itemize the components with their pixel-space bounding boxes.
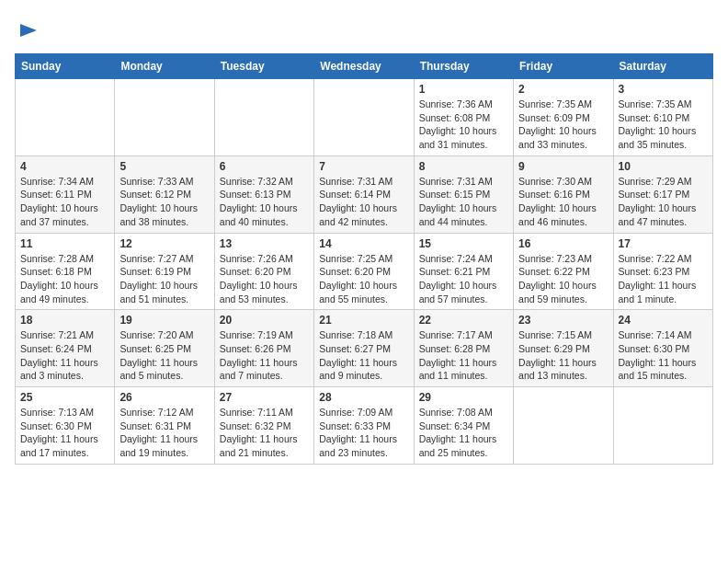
day-number: 4 bbox=[20, 160, 109, 173]
calendar-cell: 25Sunrise: 7:13 AMSunset: 6:30 PMDayligh… bbox=[16, 387, 115, 465]
day-number: 24 bbox=[619, 314, 708, 327]
day-info: Sunrise: 7:35 AMSunset: 6:10 PMDaylight:… bbox=[619, 98, 708, 152]
day-info: Sunrise: 7:23 AMSunset: 6:22 PMDaylight:… bbox=[518, 252, 608, 306]
day-number: 7 bbox=[319, 160, 408, 173]
day-number: 29 bbox=[419, 391, 508, 404]
day-info: Sunrise: 7:21 AMSunset: 6:24 PMDaylight:… bbox=[20, 328, 109, 383]
day-header-tuesday: Tuesday bbox=[214, 54, 313, 79]
calendar-cell bbox=[16, 79, 115, 156]
day-number: 23 bbox=[518, 314, 608, 327]
page-header bbox=[15, 15, 713, 44]
day-info: Sunrise: 7:36 AMSunset: 6:08 PMDaylight:… bbox=[419, 98, 508, 152]
day-number: 1 bbox=[419, 83, 508, 96]
day-info: Sunrise: 7:34 AMSunset: 6:11 PMDaylight:… bbox=[20, 175, 109, 229]
day-info: Sunrise: 7:26 AMSunset: 6:20 PMDaylight:… bbox=[220, 252, 309, 306]
day-number: 27 bbox=[220, 391, 309, 404]
day-info: Sunrise: 7:17 AMSunset: 6:28 PMDaylight:… bbox=[419, 328, 508, 383]
day-header-thursday: Thursday bbox=[414, 54, 513, 79]
day-info: Sunrise: 7:22 AMSunset: 6:23 PMDaylight:… bbox=[619, 252, 708, 306]
day-info: Sunrise: 7:31 AMSunset: 6:14 PMDaylight:… bbox=[319, 175, 408, 229]
calendar-cell: 2Sunrise: 7:35 AMSunset: 6:09 PMDaylight… bbox=[514, 79, 613, 156]
day-info: Sunrise: 7:24 AMSunset: 6:21 PMDaylight:… bbox=[419, 252, 508, 306]
calendar-cell: 12Sunrise: 7:27 AMSunset: 6:19 PMDayligh… bbox=[115, 233, 214, 310]
day-number: 18 bbox=[20, 314, 109, 327]
day-number: 28 bbox=[319, 391, 408, 404]
calendar-cell bbox=[115, 79, 214, 156]
calendar-cell: 5Sunrise: 7:33 AMSunset: 6:12 PMDaylight… bbox=[115, 155, 214, 233]
calendar-cell: 24Sunrise: 7:14 AMSunset: 6:30 PMDayligh… bbox=[613, 310, 712, 387]
calendar-cell bbox=[613, 387, 712, 465]
day-header-friday: Friday bbox=[514, 54, 613, 79]
calendar-cell: 23Sunrise: 7:15 AMSunset: 6:29 PMDayligh… bbox=[514, 310, 613, 387]
day-info: Sunrise: 7:25 AMSunset: 6:20 PMDaylight:… bbox=[319, 252, 408, 306]
calendar-cell: 10Sunrise: 7:29 AMSunset: 6:17 PMDayligh… bbox=[613, 155, 712, 233]
day-info: Sunrise: 7:19 AMSunset: 6:26 PMDaylight:… bbox=[220, 328, 309, 383]
day-number: 3 bbox=[619, 83, 708, 96]
calendar-cell: 15Sunrise: 7:24 AMSunset: 6:21 PMDayligh… bbox=[414, 233, 513, 310]
day-number: 9 bbox=[518, 160, 608, 173]
calendar-cell: 18Sunrise: 7:21 AMSunset: 6:24 PMDayligh… bbox=[16, 310, 115, 387]
day-header-sunday: Sunday bbox=[16, 54, 115, 79]
calendar-cell bbox=[214, 79, 313, 156]
day-info: Sunrise: 7:30 AMSunset: 6:16 PMDaylight:… bbox=[518, 175, 608, 229]
day-number: 16 bbox=[518, 237, 608, 250]
calendar-cell: 4Sunrise: 7:34 AMSunset: 6:11 PMDaylight… bbox=[16, 155, 115, 233]
calendar-cell: 19Sunrise: 7:20 AMSunset: 6:25 PMDayligh… bbox=[115, 310, 214, 387]
calendar-cell bbox=[514, 387, 613, 465]
day-number: 26 bbox=[119, 391, 209, 404]
day-number: 12 bbox=[119, 237, 209, 250]
svg-marker-0 bbox=[20, 24, 37, 37]
day-number: 21 bbox=[319, 314, 408, 327]
day-number: 6 bbox=[220, 160, 309, 173]
day-info: Sunrise: 7:31 AMSunset: 6:15 PMDaylight:… bbox=[419, 175, 508, 229]
calendar-cell: 17Sunrise: 7:22 AMSunset: 6:23 PMDayligh… bbox=[613, 233, 712, 310]
day-info: Sunrise: 7:11 AMSunset: 6:32 PMDaylight:… bbox=[220, 406, 309, 460]
day-info: Sunrise: 7:35 AMSunset: 6:09 PMDaylight:… bbox=[518, 98, 608, 152]
day-number: 2 bbox=[518, 83, 608, 96]
day-info: Sunrise: 7:12 AMSunset: 6:31 PMDaylight:… bbox=[119, 406, 209, 460]
calendar-week-row: 25Sunrise: 7:13 AMSunset: 6:30 PMDayligh… bbox=[16, 387, 713, 465]
calendar-cell: 6Sunrise: 7:32 AMSunset: 6:13 PMDaylight… bbox=[214, 155, 313, 233]
day-number: 19 bbox=[119, 314, 209, 327]
day-info: Sunrise: 7:18 AMSunset: 6:27 PMDaylight:… bbox=[319, 328, 408, 383]
calendar-cell: 8Sunrise: 7:31 AMSunset: 6:15 PMDaylight… bbox=[414, 155, 513, 233]
day-info: Sunrise: 7:27 AMSunset: 6:19 PMDaylight:… bbox=[119, 252, 209, 306]
day-number: 22 bbox=[419, 314, 508, 327]
calendar-cell: 3Sunrise: 7:35 AMSunset: 6:10 PMDaylight… bbox=[613, 79, 712, 156]
calendar-cell: 27Sunrise: 7:11 AMSunset: 6:32 PMDayligh… bbox=[214, 387, 313, 465]
day-header-saturday: Saturday bbox=[613, 54, 712, 79]
calendar-cell: 13Sunrise: 7:26 AMSunset: 6:20 PMDayligh… bbox=[214, 233, 313, 310]
calendar-cell: 26Sunrise: 7:12 AMSunset: 6:31 PMDayligh… bbox=[115, 387, 214, 465]
calendar-cell: 16Sunrise: 7:23 AMSunset: 6:22 PMDayligh… bbox=[514, 233, 613, 310]
calendar-week-row: 11Sunrise: 7:28 AMSunset: 6:18 PMDayligh… bbox=[16, 233, 713, 310]
day-number: 8 bbox=[419, 160, 508, 173]
day-header-monday: Monday bbox=[115, 54, 214, 79]
calendar-cell: 1Sunrise: 7:36 AMSunset: 6:08 PMDaylight… bbox=[414, 79, 513, 156]
day-info: Sunrise: 7:28 AMSunset: 6:18 PMDaylight:… bbox=[20, 252, 109, 306]
day-info: Sunrise: 7:15 AMSunset: 6:29 PMDaylight:… bbox=[518, 328, 608, 383]
day-number: 20 bbox=[220, 314, 309, 327]
calendar-header-row: SundayMondayTuesdayWednesdayThursdayFrid… bbox=[16, 54, 713, 79]
day-number: 10 bbox=[619, 160, 708, 173]
calendar-cell: 20Sunrise: 7:19 AMSunset: 6:26 PMDayligh… bbox=[214, 310, 313, 387]
day-info: Sunrise: 7:08 AMSunset: 6:34 PMDaylight:… bbox=[419, 406, 508, 460]
logo bbox=[15, 15, 39, 44]
day-info: Sunrise: 7:33 AMSunset: 6:12 PMDaylight:… bbox=[119, 175, 209, 229]
day-number: 15 bbox=[419, 237, 508, 250]
day-number: 17 bbox=[619, 237, 708, 250]
day-number: 5 bbox=[119, 160, 209, 173]
calendar-week-row: 4Sunrise: 7:34 AMSunset: 6:11 PMDaylight… bbox=[16, 155, 713, 233]
day-info: Sunrise: 7:09 AMSunset: 6:33 PMDaylight:… bbox=[319, 406, 408, 460]
day-info: Sunrise: 7:14 AMSunset: 6:30 PMDaylight:… bbox=[619, 328, 708, 383]
calendar-cell: 22Sunrise: 7:17 AMSunset: 6:28 PMDayligh… bbox=[414, 310, 513, 387]
calendar-cell: 14Sunrise: 7:25 AMSunset: 6:20 PMDayligh… bbox=[314, 233, 414, 310]
calendar-cell: 21Sunrise: 7:18 AMSunset: 6:27 PMDayligh… bbox=[314, 310, 414, 387]
calendar-week-row: 18Sunrise: 7:21 AMSunset: 6:24 PMDayligh… bbox=[16, 310, 713, 387]
calendar-cell bbox=[314, 79, 414, 156]
calendar-cell: 9Sunrise: 7:30 AMSunset: 6:16 PMDaylight… bbox=[514, 155, 613, 233]
calendar-cell: 11Sunrise: 7:28 AMSunset: 6:18 PMDayligh… bbox=[16, 233, 115, 310]
day-info: Sunrise: 7:32 AMSunset: 6:13 PMDaylight:… bbox=[220, 175, 309, 229]
calendar-cell: 7Sunrise: 7:31 AMSunset: 6:14 PMDaylight… bbox=[314, 155, 414, 233]
calendar-table: SundayMondayTuesdayWednesdayThursdayFrid… bbox=[15, 53, 713, 465]
logo-arrow-icon bbox=[18, 20, 39, 40]
